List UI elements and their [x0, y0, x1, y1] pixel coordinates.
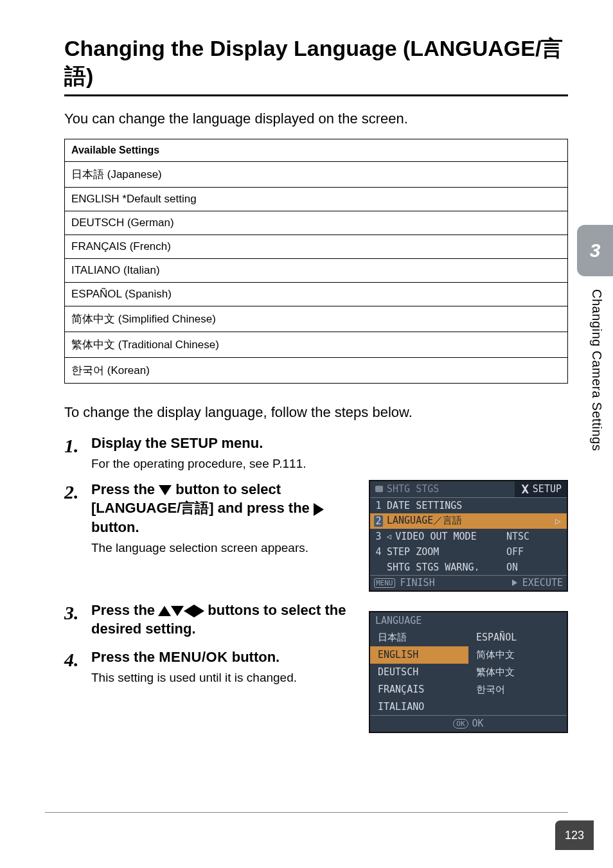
- step-title-fragment: button.: [232, 649, 280, 665]
- step-4: 4. Press the MENU/OK button. This settin…: [64, 648, 357, 685]
- settings-row: DEUTSCH (German): [65, 211, 567, 235]
- step-title: Press the buttons to select the desired …: [91, 601, 357, 639]
- chapter-chip: 3: [577, 225, 613, 276]
- page-title: Changing the Display Language (LANGUAGE/…: [64, 35, 568, 89]
- lang-option: 日本語: [370, 629, 468, 646]
- step-3: 3. Press the buttons to select t: [64, 601, 568, 733]
- step-number: 2.: [64, 480, 91, 592]
- tab-label: SETUP: [533, 483, 562, 495]
- row-label: SHTG STGS WARNG.: [387, 562, 502, 573]
- page-number: 123: [555, 820, 594, 850]
- settings-row: 繁体中文 (Traditional Chinese): [65, 332, 567, 358]
- row-value: NTSC: [506, 531, 551, 542]
- settings-row: ENGLISH *Default setting: [65, 188, 567, 211]
- menu-row: 4 STEP ZOOM OFF: [370, 544, 567, 560]
- step-subtext: This setting is used until it is changed…: [91, 671, 357, 685]
- lead-text: You can change the language displayed on…: [64, 111, 568, 127]
- row-label: DATE SETTINGS: [387, 500, 502, 511]
- lang-option: ESPAÑOL: [468, 629, 567, 646]
- step-title-fragment: Press the: [91, 649, 159, 665]
- wrench-icon: [520, 484, 529, 493]
- lang-option: ITALIANO: [370, 698, 468, 715]
- step-subtext: The language selection screen appears.: [91, 541, 357, 555]
- steps-list: 1. Display the SETUP menu. For the opera…: [64, 434, 568, 733]
- menu-button-label: MENU: [374, 578, 395, 588]
- side-tab: 3 Changing Camera Settings: [577, 225, 613, 610]
- chevron-right-icon: ▷: [555, 515, 563, 527]
- ok-label: OK: [472, 718, 484, 729]
- row-index: 4: [374, 546, 383, 558]
- side-label: Changing Camera Settings: [589, 289, 604, 451]
- step-title-fragment: Press the: [91, 481, 159, 497]
- settings-row: 简体中文 (Simplified Chinese): [65, 306, 567, 332]
- lang-option: DEUTSCH: [370, 664, 468, 681]
- chevron-left-icon: ◁: [387, 532, 391, 541]
- step-title: Press the MENU/OK button.: [91, 648, 357, 667]
- title-rule: [64, 94, 568, 96]
- footer-label: EXECUTE: [522, 577, 563, 589]
- settings-row: 한국어 (Korean): [65, 358, 567, 383]
- step-title: Press the button to select [LANGUAGE/言語]…: [91, 480, 357, 537]
- lang-option-selected: ENGLISH: [370, 646, 468, 664]
- right-arrow-icon: [314, 503, 324, 516]
- step-number: 1.: [64, 434, 91, 471]
- lang-option: FRANÇAIS: [370, 681, 468, 698]
- available-settings-table: Available Settings 日本語 (Japanese) ENGLIS…: [64, 139, 568, 384]
- chevron-right-icon: [512, 580, 517, 586]
- lcd-header: LANGUAGE: [370, 612, 567, 629]
- settings-row: ESPAÑOL (Spanish): [65, 283, 567, 306]
- up-arrow-icon: [158, 606, 171, 616]
- lang-option: 简体中文: [468, 646, 567, 664]
- tab-label: SHTG STGS: [387, 483, 439, 495]
- down-arrow-icon: [171, 606, 184, 616]
- settings-row: ITALIANO (Italian): [65, 259, 567, 283]
- menu-row: 3 ◁ VIDEO OUT MODE NTSC: [370, 529, 567, 544]
- lang-option: [468, 698, 567, 715]
- body-text: To change the display language, follow t…: [64, 404, 568, 421]
- language-select-screenshot: LANGUAGE 日本語 ESPAÑOL ENGLISH 简体中文 DEUTSC…: [369, 611, 568, 733]
- menu-ok-label: MENU/OK: [159, 649, 227, 665]
- lang-option: 繁体中文: [468, 664, 567, 681]
- menu-row: SHTG STGS WARNG. ON: [370, 560, 567, 575]
- step-title-fragment: button.: [91, 519, 139, 535]
- chapter-number: 3: [590, 240, 601, 261]
- lang-option: 한국어: [468, 681, 567, 698]
- menu-row-selected: 2 LANGUAGE／言語 ▷: [370, 513, 567, 529]
- settings-row: 日本語 (Japanese): [65, 162, 567, 188]
- footer-rule: [45, 812, 568, 813]
- right-arrow-icon: [194, 605, 204, 617]
- row-index: 2: [374, 515, 383, 527]
- row-value: OFF: [506, 546, 551, 558]
- ok-button-icon: OK: [453, 719, 468, 729]
- settings-header: Available Settings: [65, 139, 567, 162]
- row-label: LANGUAGE／言語: [387, 515, 502, 527]
- row-label: STEP ZOOM: [387, 546, 502, 558]
- left-arrow-icon: [184, 605, 194, 617]
- row-value: ON: [506, 562, 551, 573]
- step-title: Display the SETUP menu.: [91, 434, 568, 453]
- row-index: 3: [374, 531, 383, 542]
- step-number: 4.: [64, 648, 91, 685]
- settings-row: FRANÇAIS (French): [65, 235, 567, 259]
- step-1: 1. Display the SETUP menu. For the opera…: [64, 434, 568, 471]
- camera-icon: [375, 486, 383, 492]
- row-label: VIDEO OUT MODE: [395, 531, 502, 542]
- step-title-fragment: Press the: [91, 602, 159, 618]
- footer-label: FINISH: [400, 577, 435, 589]
- menu-row: 1 DATE SETTINGS: [370, 498, 567, 513]
- step-subtext: For the operating procedure, see P.111.: [91, 457, 568, 471]
- down-arrow-icon: [159, 485, 172, 495]
- row-index: 1: [374, 500, 383, 511]
- setup-menu-screenshot: SHTG STGS SETUP 1 DATE SETTINGS: [369, 480, 568, 592]
- step-2: 2. Press the button to select [LANGUAGE/…: [64, 480, 568, 592]
